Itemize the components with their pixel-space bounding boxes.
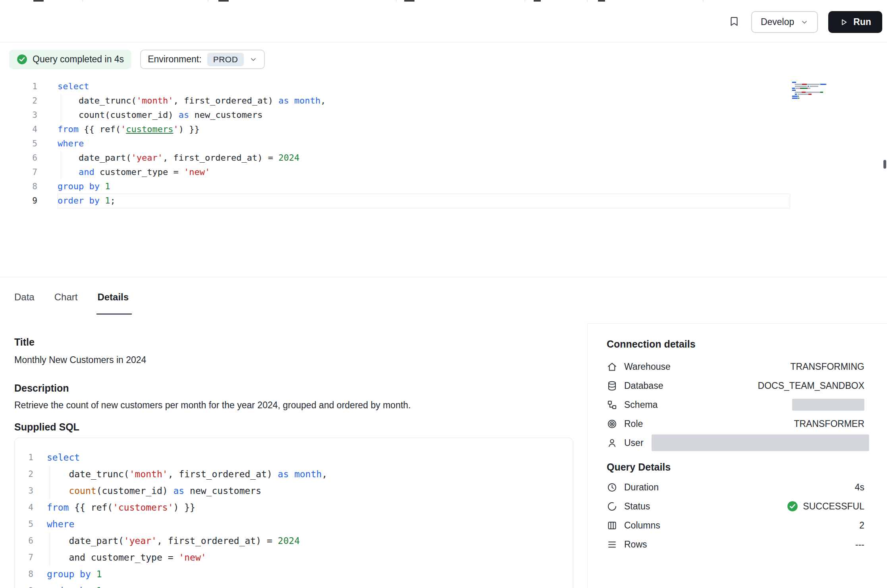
schema-icon [607,400,617,410]
develop-label: Develop [761,17,794,27]
description-value: Retrieve the count of new customers per … [14,400,574,411]
line-number: 6 [0,151,37,165]
environment-badge: PROD [207,53,244,66]
run-button[interactable]: Run [828,11,882,33]
line-number: 7 [15,549,33,566]
detail-value [652,434,864,451]
line-content: where [33,516,74,532]
connection-details-heading: Connection details [607,338,864,350]
code-line: 8group by 1 [15,566,573,582]
minimap-line [792,94,836,95]
connection-row: User [607,433,864,452]
status-icon [607,501,617,512]
chevron-down-icon [249,56,257,63]
value-text: SUCCESSFUL [803,501,864,512]
line-content: count(customer_id) as new_customers [33,482,261,499]
code-line[interactable]: 5where [0,136,887,151]
line-number: 6 [15,532,33,549]
line-number: 5 [0,136,37,151]
detail-label: Role [624,419,643,429]
code-line[interactable]: 8group by 1 [0,179,887,194]
code-line: 6 date_part('year', first_ordered_at) = … [15,532,573,549]
line-content: group by 1 [33,566,102,582]
active-line-highlight [58,194,790,208]
connection-rows: WarehouseTRANSFORMINGDatabaseDOCS_TEAM_S… [607,357,864,452]
minimap-line [792,98,836,99]
details-pane: Title Monthly New Customers in 2024 Desc… [14,323,574,588]
detail-value: TRANSFORMER [794,419,864,429]
code-line[interactable]: 2 date_trunc('month', first_ordered_at) … [0,94,887,108]
tab-data[interactable]: Data [14,277,35,315]
code-line[interactable]: 3 count(customer_id) as new_customers [0,108,887,122]
status-row: Query completed in 4s Environment: PROD [9,50,265,69]
code-line[interactable]: 1select [0,79,887,94]
role-icon [607,419,617,429]
detail-label: Rows [624,539,647,550]
code-line: 7 and customer_type = 'new' [15,549,573,566]
line-content: select [33,449,80,466]
title-value: Monthly New Customers in 2024 [14,354,574,365]
results-tabs: DataChartDetails [14,277,129,315]
query-detail-row: Columns2 [607,516,864,535]
run-label: Run [853,17,871,27]
line-content: from {{ ref('customers') }} [37,122,200,136]
line-content: date_part('year', first_ordered_at) = 20… [37,151,299,165]
chevron-down-icon [800,18,808,26]
code-line: 5where [15,516,573,532]
value-text: DOCS_TEAM_SANDBOX [758,380,864,391]
detail-label: Duration [624,482,659,493]
indent-guide [61,94,61,122]
detail-label: Database [624,380,663,391]
scrollbar-thumb[interactable] [883,160,886,169]
line-content: date_part('year', first_ordered_at) = 20… [33,532,300,549]
minimap-line [792,84,836,85]
code-line[interactable]: 6 date_part('year', first_ordered_at) = … [0,151,887,165]
develop-menu-button[interactable]: Develop [751,11,818,33]
line-content: date_trunc('month', first_ordered_at) as… [37,94,326,108]
indent-guide [61,151,61,179]
line-content: and customer_type = 'new' [37,165,210,179]
line-number: 9 [15,582,33,588]
tab-chart[interactable]: Chart [54,277,78,315]
bookmark-button[interactable] [727,15,741,29]
detail-label: Columns [624,520,660,531]
line-number: 3 [15,482,33,499]
detail-value: 2 [859,520,864,531]
code-line: 3 count(customer_id) as new_customers [15,482,573,499]
code-line: 4from {{ ref('customers') }} [15,499,573,516]
detail-value: --- [855,539,864,550]
code-line: 9order by 1; [15,582,573,588]
sql-editor[interactable]: 1select2 date_trunc('month', first_order… [0,79,887,208]
line-content: date_trunc('month', first_ordered_at) as… [33,466,327,482]
columns-icon [607,520,617,531]
tab-details[interactable]: Details [97,277,129,315]
title-heading: Title [14,336,574,348]
query-detail-row: Duration4s [607,478,864,497]
play-icon [839,18,848,27]
redacted-value [652,434,869,451]
detail-label: Status [624,501,650,512]
redacted-value [792,399,864,411]
code-line[interactable]: 4from {{ ref('customers') }} [0,122,887,136]
connection-row: Schema [607,395,864,414]
indent-guide [50,532,50,566]
line-content: from {{ ref('customers') }} [33,499,195,516]
line-number: 1 [15,449,33,466]
line-number: 5 [15,516,33,532]
supplied-sql-block: 1select2 date_trunc('month', first_order… [14,438,573,588]
query-detail-row: Rows--- [607,535,864,554]
detail-value: DOCS_TEAM_SANDBOX [758,380,864,391]
value-text: 2 [859,520,864,531]
line-number: 8 [15,566,33,582]
detail-label: User [624,438,644,448]
line-content: and customer_type = 'new' [33,549,206,566]
indent-guide [50,466,50,499]
tab-remnant [534,0,541,2]
code-line[interactable]: 7 and customer_type = 'new' [0,165,887,179]
minimap-line [792,88,836,89]
environment-selector[interactable]: Environment: PROD [140,50,265,69]
warehouse-icon [607,361,617,372]
editor-minimap[interactable] [792,82,836,100]
tab-remnant [404,0,415,2]
code-line: 2 date_trunc('month', first_ordered_at) … [15,466,573,482]
